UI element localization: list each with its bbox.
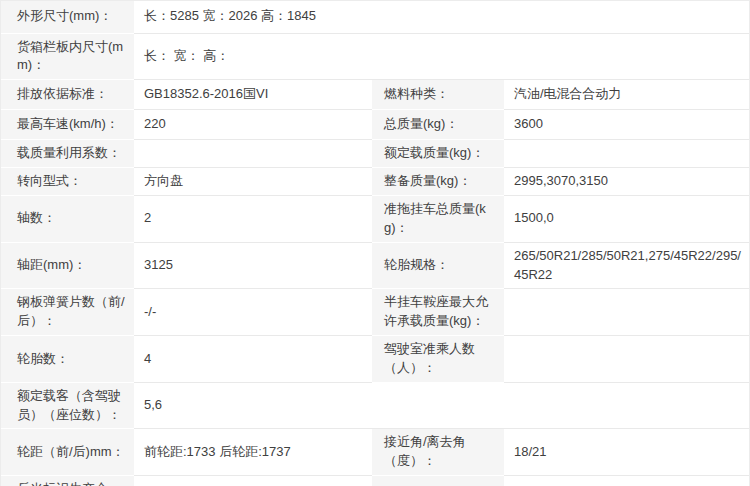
table-row: 额定载客（含驾驶员）（座位数）： 5,6 xyxy=(1,382,749,429)
spec-value: 长：5285 宽：2026 高：1845 xyxy=(134,1,749,33)
spec-value: 220 xyxy=(134,110,372,140)
spec-label: 轴距(mm)： xyxy=(1,242,134,289)
vehicle-spec-panel: 外形尺寸(mm)： 长：5285 宽：2026 高：1845 货箱栏板内尺寸(m… xyxy=(0,0,750,486)
spec-value: 18/21 xyxy=(504,429,749,476)
spec-label: 额定载质量(kg)： xyxy=(372,140,504,168)
spec-value xyxy=(134,476,372,486)
spec-label: 反光标识生产企业： xyxy=(1,476,134,486)
spec-value: 长： 宽： 高： xyxy=(134,33,749,80)
table-row: 反光标识生产企业： 反光标识型号： xyxy=(1,476,749,486)
spec-label: 最高车速(km/h)： xyxy=(1,110,134,140)
spec-label: 排放依据标准： xyxy=(1,80,134,110)
table-row: 轮胎数： 4 驾驶室准乘人数（人）： xyxy=(1,336,749,383)
spec-value: 1500,0 xyxy=(504,196,749,243)
spec-label: 货箱栏板内尺寸(mm)： xyxy=(1,33,134,80)
table-row: 载质量利用系数： 额定载质量(kg)： xyxy=(1,140,749,168)
spec-value: 汽油/电混合合动力 xyxy=(504,80,749,110)
spec-label: 总质量(kg)： xyxy=(372,110,504,140)
table-row: 轴距(mm)： 3125 轮胎规格： 265/50R21/285/50R21,2… xyxy=(1,242,749,289)
table-row: 转向型式： 方向盘 整备质量(kg)： 2995,3070,3150 xyxy=(1,168,749,196)
spec-label: 额定载客（含驾驶员）（座位数）： xyxy=(1,382,134,429)
spec-value xyxy=(504,336,749,383)
spec-label: 轮胎数： xyxy=(1,336,134,383)
spec-label: 半挂车鞍座最大允许承载质量(kg)： xyxy=(372,289,504,336)
spec-value: 方向盘 xyxy=(134,168,372,196)
spec-value: 4 xyxy=(134,336,372,383)
spec-label: 燃料种类： xyxy=(372,80,504,110)
spec-value xyxy=(504,476,749,486)
spec-label: 轮距（前/后)mm： xyxy=(1,429,134,476)
spec-value: 2 xyxy=(134,196,372,243)
table-row: 钢板弹簧片数（前/后）： -/- 半挂车鞍座最大允许承载质量(kg)： xyxy=(1,289,749,336)
spec-value: -/- xyxy=(134,289,372,336)
spec-value: 265/50R21/285/50R21,275/45R22/295/45R22 xyxy=(504,242,749,289)
table-row: 排放依据标准： GB18352.6-2016国VI 燃料种类： 汽油/电混合合动… xyxy=(1,80,749,110)
spec-label: 钢板弹簧片数（前/后）： xyxy=(1,289,134,336)
table-row: 外形尺寸(mm)： 长：5285 宽：2026 高：1845 xyxy=(1,1,749,33)
spec-value: GB18352.6-2016国VI xyxy=(134,80,372,110)
spec-label: 轮胎规格： xyxy=(372,242,504,289)
table-row: 轮距（前/后)mm： 前轮距:1733 后轮距:1737 接近角/离去角（度）：… xyxy=(1,429,749,476)
vehicle-spec-table: 外形尺寸(mm)： 长：5285 宽：2026 高：1845 货箱栏板内尺寸(m… xyxy=(1,1,749,486)
spec-label: 驾驶室准乘人数（人）： xyxy=(372,336,504,383)
spec-value: 前轮距:1733 后轮距:1737 xyxy=(134,429,372,476)
spec-value: 3125 xyxy=(134,242,372,289)
table-row: 轴数： 2 准拖挂车总质量(kg)： 1500,0 xyxy=(1,196,749,243)
spec-label: 接近角/离去角（度）： xyxy=(372,429,504,476)
spec-label: 整备质量(kg)： xyxy=(372,168,504,196)
spec-label: 转向型式： xyxy=(1,168,134,196)
spec-value xyxy=(504,140,749,168)
spec-value: 3600 xyxy=(504,110,749,140)
table-row: 货箱栏板内尺寸(mm)： 长： 宽： 高： xyxy=(1,33,749,80)
spec-value xyxy=(134,140,372,168)
spec-value xyxy=(504,289,749,336)
spec-value: 5,6 xyxy=(134,382,749,429)
table-row: 最高车速(km/h)： 220 总质量(kg)： 3600 xyxy=(1,110,749,140)
spec-value: 2995,3070,3150 xyxy=(504,168,749,196)
spec-label: 准拖挂车总质量(kg)： xyxy=(372,196,504,243)
spec-label: 外形尺寸(mm)： xyxy=(1,1,134,33)
spec-label: 反光标识型号： xyxy=(372,476,504,486)
spec-label: 载质量利用系数： xyxy=(1,140,134,168)
spec-label: 轴数： xyxy=(1,196,134,243)
